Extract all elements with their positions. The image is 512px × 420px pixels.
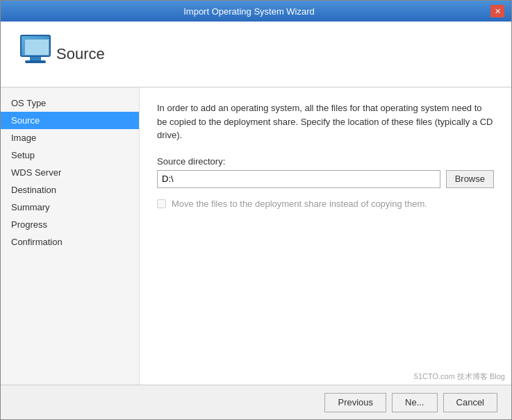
sidebar-item-setup[interactable]: Setup: [1, 146, 139, 164]
previous-button[interactable]: Previous: [324, 393, 386, 412]
sidebar-item-confirmation[interactable]: Confirmation: [1, 233, 139, 251]
move-files-checkbox[interactable]: [157, 199, 166, 208]
next-button[interactable]: Ne...: [392, 393, 437, 412]
sidebar-item-wds[interactable]: WDS Server: [1, 164, 139, 181]
header-icon: [15, 33, 56, 75]
move-files-label: Move the files to the deployment share i…: [172, 199, 427, 209]
browse-button[interactable]: Browse: [446, 170, 494, 188]
watermark: 51CTO.com 技术博客 Blog: [414, 371, 505, 382]
footer: Previous Ne... Cancel: [1, 385, 511, 419]
cancel-button[interactable]: Cancel: [443, 393, 497, 412]
sidebar-item-ostype[interactable]: OS Type: [1, 94, 139, 112]
source-directory-label: Source directory:: [157, 156, 494, 167]
source-directory-row: Browse: [157, 170, 494, 188]
sidebar: OS Type Source Image Setup WDS Server De…: [1, 87, 140, 385]
close-button[interactable]: ✕: [490, 5, 504, 17]
header-area: Source: [1, 22, 511, 87]
window-title: Import Operating System Wizard: [8, 6, 490, 17]
title-bar: Import Operating System Wizard ✕: [1, 1, 511, 22]
main-panel: In order to add an operating system, all…: [140, 87, 511, 385]
sidebar-item-progress[interactable]: Progress: [1, 216, 139, 233]
description-text: In order to add an operating system, all…: [157, 101, 494, 142]
sidebar-item-summary[interactable]: Summary: [1, 199, 139, 216]
sidebar-item-destination[interactable]: Destination: [1, 181, 139, 199]
source-directory-input[interactable]: [157, 170, 440, 188]
move-files-row: Move the files to the deployment share i…: [157, 199, 494, 209]
sidebar-item-image[interactable]: Image: [1, 129, 139, 146]
sidebar-item-source[interactable]: Source: [1, 112, 139, 129]
wizard-window: Import Operating System Wizard ✕ Source …: [0, 0, 512, 420]
content-area: OS Type Source Image Setup WDS Server De…: [1, 87, 511, 385]
header-title: Source: [56, 45, 105, 63]
